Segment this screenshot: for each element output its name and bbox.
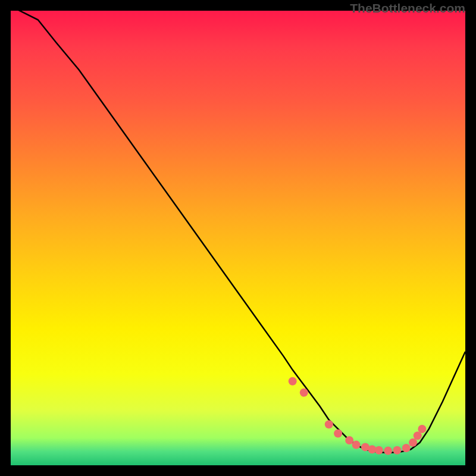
chart-plot-area [11,11,465,465]
watermark-label: TheBottleneck.com [350,1,465,15]
